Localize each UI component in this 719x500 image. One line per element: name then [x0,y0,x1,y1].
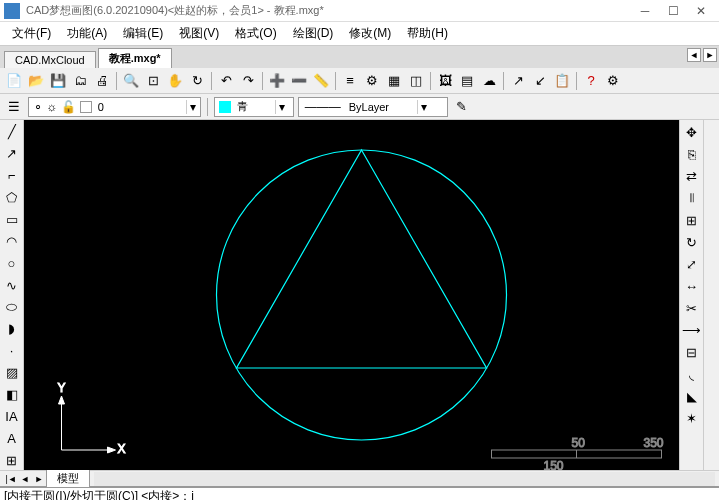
layer-toolbar: ☰ ⚬ ☼ 🔓 ▾ ▾ ——— ▾ ✎ [0,94,719,120]
point-tool-icon[interactable]: · [2,341,22,361]
zoom-extent-icon[interactable]: ⊡ [143,71,163,91]
rectangle-tool-icon[interactable]: ▭ [2,210,22,230]
drawing-canvas[interactable]: X Y 50 150 350 [24,120,679,470]
export-icon[interactable]: ↗ [508,71,528,91]
region-tool-icon[interactable]: ◧ [2,385,22,405]
close-button[interactable]: ✕ [687,2,715,20]
offset-icon[interactable]: ⫴ [682,188,702,208]
polyline-tool-icon[interactable]: ⌐ [2,166,22,186]
break-icon[interactable]: ⊟ [682,342,702,362]
color-dropdown-icon[interactable]: ▾ [275,100,289,114]
cloud-icon[interactable]: ☁ [479,71,499,91]
extend-icon[interactable]: ⟶ [682,320,702,340]
insert-block-icon[interactable]: ⊞ [2,450,22,470]
line-tool-icon[interactable]: ╱ [2,122,22,142]
spline-tool-icon[interactable]: ∿ [2,275,22,295]
table-icon[interactable]: ▤ [457,71,477,91]
copy-icon[interactable]: ⎘ [682,144,702,164]
mtext-tool-icon[interactable]: A [2,428,22,448]
layer-dropdown-icon[interactable]: ▾ [186,100,200,114]
measure-icon[interactable]: 📏 [311,71,331,91]
layer-icon[interactable]: ≡ [340,71,360,91]
maximize-button[interactable]: ☐ [659,2,687,20]
svg-marker-3 [59,396,65,404]
ruler-150: 150 [544,459,564,470]
saveas-icon[interactable]: 🗂 [70,71,90,91]
explode-icon[interactable]: ✶ [682,408,702,428]
vertical-scrollbar[interactable] [703,120,719,470]
menu-format[interactable]: 格式(O) [227,23,284,44]
menu-view[interactable]: 视图(V) [171,23,227,44]
ellipse-tool-icon[interactable]: ⬭ [2,297,22,317]
main-area: ╱ ↗ ⌐ ⬠ ▭ ◠ ○ ∿ ⬭ ◗ · ▨ ◧ IA A ⊞ X Y [0,120,719,470]
minimize-button[interactable]: ─ [631,2,659,20]
print-icon[interactable]: 🖨 [92,71,112,91]
stretch-icon[interactable]: ↔ [682,276,702,296]
redraw-icon[interactable]: ↻ [187,71,207,91]
title-bar: CAD梦想画图(6.0.20210904)<姓赵的标，会员1> - 教程.mxg… [0,0,719,22]
document-tab-bar: CAD.MxCloud 教程.mxg* ◄ ► [0,46,719,68]
model-tab-next[interactable]: ► [32,472,46,486]
linetype-selector[interactable]: ——— ▾ [298,97,448,117]
zoom-window-icon[interactable]: 🔍 [121,71,141,91]
chamfer-icon[interactable]: ◣ [682,386,702,406]
array-icon[interactable]: ⊞ [682,210,702,230]
hatch-tool-icon[interactable]: ▨ [2,363,22,383]
zoom-out-icon[interactable]: ➖ [289,71,309,91]
import-icon[interactable]: ↙ [530,71,550,91]
help-icon[interactable]: ? [581,71,601,91]
linetype-dropdown-icon[interactable]: ▾ [417,100,431,114]
pan-icon[interactable]: ✋ [165,71,185,91]
settings-icon[interactable]: ⚙ [603,71,623,91]
redo-icon[interactable]: ↷ [238,71,258,91]
color-selector[interactable]: ▾ [214,97,294,117]
hatch-icon[interactable]: ▦ [384,71,404,91]
menu-function[interactable]: 功能(A) [59,23,115,44]
color-field[interactable] [235,101,275,113]
command-line[interactable]: [内接于圆(I)/外切于圆(C)] <内接>：i 指定圆的半径： [0,486,719,500]
model-tab-prev[interactable]: ◄ [18,472,32,486]
horizontal-scrollbar-area: |◄ ◄ ► 模型 [0,470,719,486]
trim-icon[interactable]: ✂ [682,298,702,318]
layer-selector[interactable]: ⚬ ☼ 🔓 ▾ [28,97,201,117]
polygon-tool-icon[interactable]: ⬠ [2,188,22,208]
move-icon[interactable]: ✥ [682,122,702,142]
menu-draw[interactable]: 绘图(D) [285,23,342,44]
tab-cloud[interactable]: CAD.MxCloud [4,51,96,68]
circle-tool-icon[interactable]: ○ [2,253,22,273]
rotate-icon[interactable]: ↻ [682,232,702,252]
arc-tool-icon[interactable]: ◠ [2,231,22,251]
menu-edit[interactable]: 编辑(E) [115,23,171,44]
scale-icon[interactable]: ⤢ [682,254,702,274]
tab-scroll-right[interactable]: ► [703,48,717,62]
ray-tool-icon[interactable]: ↗ [2,144,22,164]
tab-scroll-left[interactable]: ◄ [687,48,701,62]
model-tab[interactable]: 模型 [46,469,90,488]
ellipse-arc-icon[interactable]: ◗ [2,319,22,339]
lineweight-icon[interactable]: ✎ [452,97,472,117]
menu-bar: 文件(F) 功能(A) 编辑(E) 视图(V) 格式(O) 绘图(D) 修改(M… [0,22,719,46]
menu-modify[interactable]: 修改(M) [341,23,399,44]
tab-document[interactable]: 教程.mxg* [98,48,172,68]
svg-point-0 [217,150,507,440]
properties-icon[interactable]: ⚙ [362,71,382,91]
zoom-in-icon[interactable]: ➕ [267,71,287,91]
linetype-field[interactable] [347,101,417,113]
model-tab-first[interactable]: |◄ [4,472,18,486]
text-tool-icon[interactable]: IA [2,406,22,426]
mirror-icon[interactable]: ⇄ [682,166,702,186]
horizontal-scrollbar[interactable] [94,472,715,486]
fillet-icon[interactable]: ◟ [682,364,702,384]
block-icon[interactable]: ◫ [406,71,426,91]
save-icon[interactable]: 💾 [48,71,68,91]
menu-help[interactable]: 帮助(H) [399,23,456,44]
new-icon[interactable]: 📄 [4,71,24,91]
open-icon[interactable]: 📂 [26,71,46,91]
menu-file[interactable]: 文件(F) [4,23,59,44]
modify-toolbar: ✥ ⎘ ⇄ ⫴ ⊞ ↻ ⤢ ↔ ✂ ⟶ ⊟ ◟ ◣ ✶ [679,120,703,470]
layer-name-field[interactable] [96,101,186,113]
image-icon[interactable]: 🖼 [435,71,455,91]
layer-manager-icon[interactable]: ☰ [4,97,24,117]
pdf-icon[interactable]: 📋 [552,71,572,91]
undo-icon[interactable]: ↶ [216,71,236,91]
